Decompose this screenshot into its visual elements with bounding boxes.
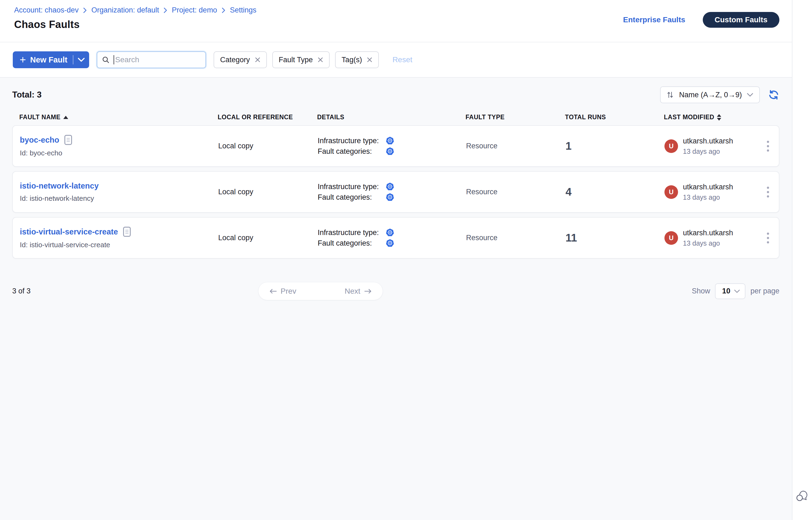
sort-asc-icon — [63, 116, 68, 119]
kubernetes-icon — [386, 182, 394, 191]
local-or-reference-cell: Local copy — [218, 142, 318, 150]
column-header-fault-type: FAULT TYPE — [465, 113, 565, 121]
modified-by: utkarsh.utkarsh — [683, 229, 733, 237]
search-box[interactable] — [97, 51, 206, 68]
local-or-reference-cell: Local copy — [218, 188, 318, 196]
modified-by: utkarsh.utkarsh — [683, 183, 733, 191]
arrow-right-icon — [364, 288, 372, 294]
last-modified-cell: U utkarsh.utkarsh 13 days ago — [664, 183, 763, 201]
fault-name-cell: istio-network-latency Id: istio-network-… — [20, 181, 218, 203]
pager: Prev 1 Next — [258, 282, 383, 300]
description-icon[interactable] — [123, 227, 131, 237]
fault-type-cell: Resource — [466, 188, 565, 196]
table-row: byoc-echo Id: byoc-echo Local copy Infra… — [12, 125, 779, 167]
modified-time: 13 days ago — [683, 193, 733, 201]
remove-filter-icon[interactable] — [318, 57, 323, 62]
filter-chip-label: Category — [220, 56, 250, 64]
next-page-button[interactable]: Next — [334, 282, 383, 300]
per-page-label: per page — [750, 287, 779, 295]
sort-arrows-icon — [666, 91, 674, 99]
details-cell: Infrastructure type: Fault categories: — [318, 180, 466, 204]
text-cursor — [113, 55, 114, 64]
fault-categories-label: Fault categories: — [318, 193, 386, 202]
filter-chips: Category Fault Type Tag(s) — [213, 51, 379, 68]
remove-filter-icon[interactable] — [255, 57, 260, 62]
pagination-bar: 3 of 3 Prev 1 Next Show 10 — [12, 282, 779, 300]
breadcrumb-settings-link[interactable]: Settings — [230, 6, 256, 15]
sort-label: Name (A→Z, 0→9) — [679, 91, 742, 99]
infrastructure-type-label: Infrastructure type: — [318, 183, 386, 191]
breadcrumb-account-link[interactable]: Account: chaos-dev — [14, 6, 79, 15]
sort-both-icon — [717, 114, 721, 121]
column-header-fault-name[interactable]: FAULT NAME — [19, 113, 218, 121]
breadcrumb-project-link[interactable]: Project: demo — [172, 6, 217, 15]
row-menu-button[interactable] — [764, 230, 772, 246]
modified-time: 13 days ago — [683, 148, 733, 155]
page-header: Account: chaos-dev Organization: default… — [0, 0, 792, 43]
last-modified-cell: U utkarsh.utkarsh 13 days ago — [664, 137, 763, 155]
refresh-button[interactable] — [768, 89, 779, 101]
modified-time: 13 days ago — [683, 239, 733, 247]
page-number-button[interactable]: 1 — [307, 282, 334, 300]
table-row: istio-virtual-service-create Id: istio-v… — [12, 217, 779, 259]
new-fault-label: New Fault — [30, 55, 68, 64]
page-size-select[interactable]: 10 — [715, 283, 745, 299]
fault-type-cell: Resource — [466, 142, 565, 150]
fault-name-cell: byoc-echo Id: byoc-echo — [20, 135, 218, 157]
fault-name-cell: istio-virtual-service-create Id: istio-v… — [20, 227, 218, 249]
chevron-down-icon — [78, 57, 85, 62]
table-header-row: FAULT NAME LOCAL OR REFERENCE DETAILS FA… — [12, 113, 779, 121]
avatar: U — [664, 185, 678, 199]
filter-chip-tags[interactable]: Tag(s) — [335, 51, 379, 68]
list-header: Total: 3 Name (A→Z, 0→9) — [12, 86, 779, 103]
fault-name-link[interactable]: istio-virtual-service-create — [20, 227, 118, 236]
sort-dropdown[interactable]: Name (A→Z, 0→9) — [660, 86, 760, 103]
breadcrumb-chevron-icon — [163, 7, 168, 13]
kubernetes-icon — [386, 147, 394, 156]
page-size-control: Show 10 per page — [692, 283, 779, 299]
breadcrumb-chevron-icon — [83, 7, 87, 13]
new-fault-dropdown-toggle[interactable] — [73, 51, 89, 68]
fault-id: Id: istio-network-latency — [20, 194, 218, 203]
total-count: Total: 3 — [12, 90, 42, 100]
fault-name-link[interactable]: istio-network-latency — [20, 181, 99, 190]
local-or-reference-cell: Local copy — [218, 234, 318, 242]
custom-faults-button[interactable]: Custom Faults — [703, 12, 779, 28]
fault-name-link[interactable]: byoc-echo — [20, 135, 59, 145]
row-menu-button[interactable] — [764, 184, 772, 200]
prev-page-button[interactable]: Prev — [258, 282, 307, 300]
chevron-down-icon — [734, 289, 740, 293]
breadcrumb-organization-link[interactable]: Organization: default — [91, 6, 159, 15]
content-area: Total: 3 Name (A→Z, 0→9) FAULT NAME — [0, 86, 792, 300]
description-icon[interactable] — [64, 135, 72, 145]
total-runs-cell: 1 — [565, 140, 664, 152]
avatar: U — [664, 231, 678, 245]
filter-chip-label: Fault Type — [279, 56, 313, 64]
avatar: U — [664, 139, 678, 153]
kubernetes-icon — [386, 228, 394, 237]
table-row: istio-network-latency Id: istio-network-… — [12, 171, 779, 213]
chaos-faults-page: Account: chaos-dev Organization: default… — [0, 0, 812, 520]
enterprise-faults-link[interactable]: Enterprise Faults — [623, 16, 685, 24]
reset-filters-link[interactable]: Reset — [392, 55, 412, 64]
column-header-local-or-reference: LOCAL OR REFERENCE — [218, 113, 317, 121]
fault-type-cell: Resource — [466, 234, 565, 242]
filter-chip-fault-type[interactable]: Fault Type — [272, 51, 330, 68]
column-header-last-modified[interactable]: LAST MODIFIED — [664, 113, 763, 121]
main-panel: Account: chaos-dev Organization: default… — [0, 0, 792, 520]
fault-categories-label: Fault categories: — [318, 147, 386, 156]
details-cell: Infrastructure type: Fault categories: — [318, 226, 466, 250]
chat-icon[interactable] — [795, 489, 809, 504]
remove-filter-icon[interactable] — [367, 57, 372, 62]
column-header-total-runs: TOTAL RUNS — [565, 113, 664, 121]
plus-icon — [19, 56, 26, 63]
fault-id: Id: byoc-echo — [20, 149, 218, 157]
search-input[interactable] — [115, 55, 201, 64]
toolbar: New Fault Category Fault Type — [0, 43, 792, 78]
search-icon — [102, 56, 110, 64]
filter-chip-category[interactable]: Category — [213, 51, 267, 68]
infrastructure-type-label: Infrastructure type: — [318, 137, 386, 145]
total-runs-cell: 11 — [565, 232, 664, 244]
row-menu-button[interactable] — [764, 138, 772, 154]
new-fault-button[interactable]: New Fault — [13, 51, 89, 68]
